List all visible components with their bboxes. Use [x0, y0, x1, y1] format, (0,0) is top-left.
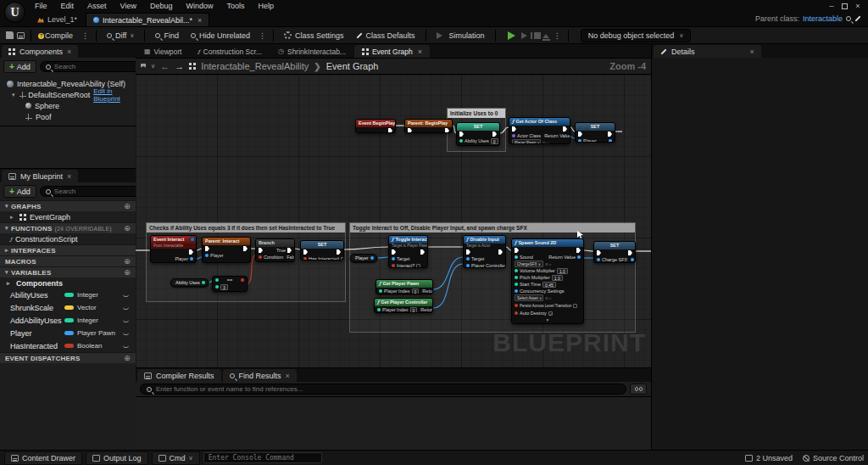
close-tab-icon[interactable]: × [198, 16, 202, 25]
float-pin[interactable] [515, 276, 518, 279]
source-control-button[interactable]: Source Control [803, 454, 864, 462]
exec-in-pin[interactable] [259, 248, 263, 253]
save-button[interactable] [5, 31, 14, 40]
target-pin[interactable] [392, 257, 395, 261]
exec-out-pin[interactable] [420, 249, 425, 255]
my-blueprint-search-input[interactable] [54, 188, 147, 195]
add-macro-icon[interactable]: ⊕ [124, 257, 131, 266]
visibility-eye-icon[interactable] [123, 306, 129, 310]
find-button[interactable]: Find [150, 30, 184, 42]
node-equals[interactable]: == 3 [212, 276, 248, 292]
event-graph-item[interactable]: ▸EventGraph [0, 211, 136, 222]
compile-options-icon[interactable]: ⋮ [80, 31, 91, 40]
node-set-ability-uses[interactable]: SET Ability Uses 0 [456, 122, 500, 146]
node-set-charge-sfx[interactable]: SET Charge SFX [593, 241, 636, 263]
breadcrumb-root[interactable]: Interactable_RevealAbility [201, 61, 309, 71]
node-toggle-interact[interactable]: ƒToggle Interact Target is Player Pawn T… [388, 235, 428, 268]
bookmark-icon[interactable] [141, 64, 146, 70]
value-box[interactable]: 0.45 [542, 282, 556, 288]
menu-tools[interactable]: Tools [220, 1, 250, 11]
output-log-button[interactable]: Output Log [86, 451, 148, 465]
add-dispatcher-icon[interactable]: ⊕ [124, 354, 131, 362]
class-pin[interactable] [512, 134, 515, 137]
value-box[interactable]: 3 [220, 284, 228, 290]
play-button[interactable] [508, 31, 520, 40]
getter-player[interactable]: Player [350, 254, 377, 262]
my-blueprint-panel-tab[interactable]: My Blueprint × [2, 170, 78, 182]
exec-out-pin[interactable] [388, 128, 392, 133]
variables-components-group[interactable]: ▸Components [0, 277, 136, 289]
add-function-icon[interactable]: ⊕ [124, 224, 131, 232]
tab-event-graph[interactable]: Event Graph× [354, 45, 430, 58]
diff-button[interactable]: Diff∨ [102, 30, 139, 42]
close-window-button[interactable]: × [851, 2, 865, 10]
find-results-tab[interactable]: Find Results × [223, 369, 297, 382]
exec-in-pin[interactable] [205, 246, 209, 251]
int-pin[interactable] [459, 139, 463, 143]
close-panel-icon[interactable]: × [67, 172, 71, 181]
details-panel-tab[interactable]: Details × [654, 45, 761, 58]
node-get-player-pawn[interactable]: ƒGet Player Pawn Player Index0Return Val… [376, 279, 433, 294]
exec-in-pin[interactable] [466, 249, 470, 255]
checkbox[interactable] [416, 264, 420, 268]
class-dropdown[interactable]: Player Pawn ∨ [512, 139, 541, 144]
tab-level-1[interactable]: Level_1* [31, 13, 84, 26]
console-command-box[interactable] [203, 452, 322, 463]
value-box[interactable]: 0 [410, 307, 418, 313]
tab-shrink-interactable[interactable]: ◷ShrinkInteractab... [270, 45, 353, 58]
int-pin[interactable] [215, 278, 219, 282]
exec-out-pin[interactable] [445, 128, 449, 133]
int-pin[interactable] [215, 285, 219, 289]
menu-edit[interactable]: Edit [55, 1, 81, 11]
true-exec-pin[interactable] [287, 248, 292, 253]
int-pin[interactable] [379, 289, 382, 293]
section-functions[interactable]: ▾FUNCTIONS(24 OVERRIDABLE)⊕ [0, 222, 136, 233]
node-get-actor-of-class[interactable]: ƒGet Actor Of Class Actor Class Return V… [509, 117, 570, 144]
components-panel-tab[interactable]: Components × [2, 45, 78, 58]
bool-pin[interactable] [392, 264, 395, 267]
value-box[interactable]: 1.0 [552, 275, 563, 281]
node-spawn-sound-2d[interactable]: ƒSpawn Sound 2D SoundReturn Value Charge… [511, 238, 584, 324]
find-references-input[interactable] [156, 385, 620, 393]
exec-out-pin[interactable] [492, 132, 497, 137]
construction-script-item[interactable]: ƒConstructionScript [0, 233, 136, 244]
object-pin[interactable] [578, 139, 581, 143]
parent-class-link[interactable]: Interactable [803, 14, 843, 23]
exec-out-pin[interactable] [563, 126, 567, 132]
class-defaults-button[interactable]: Class Defaults [351, 30, 420, 42]
checkbox[interactable] [573, 304, 577, 308]
exec-in-pin[interactable] [303, 249, 308, 255]
forward-button[interactable]: → [175, 61, 184, 71]
concurrency-pin[interactable] [515, 289, 518, 293]
close-tab-icon[interactable]: × [286, 372, 290, 380]
exec-in-pin[interactable] [392, 249, 396, 255]
bool-out-pin[interactable] [241, 278, 244, 282]
float-pin[interactable] [515, 269, 518, 272]
component-row-poof[interactable]: Poof [0, 111, 136, 122]
node-event-interact[interactable]: Event Interact From Interactable Player [150, 235, 197, 263]
node-set-player[interactable]: SET Player [575, 122, 615, 143]
object-pin[interactable] [205, 254, 209, 257]
edit-in-blueprint-link[interactable]: Edit in Blueprint [93, 87, 129, 103]
node-get-player-controller[interactable]: ƒGet Player Controller Player Index0Retu… [374, 298, 433, 313]
hide-unrelated-options-icon[interactable]: ⋮ [257, 31, 268, 40]
minimize-button[interactable]: – [825, 2, 838, 10]
browse-button[interactable] [16, 31, 25, 40]
exec-out-pin[interactable] [337, 249, 341, 255]
visibility-eye-icon[interactable] [123, 319, 129, 322]
node-event-beginplay[interactable]: Event BeginPlay [355, 119, 396, 133]
bool-pin[interactable] [515, 304, 518, 307]
exec-in-pin[interactable] [597, 250, 601, 255]
back-button[interactable]: ← [160, 61, 170, 71]
close-tab-icon[interactable]: × [418, 48, 422, 56]
menu-view[interactable]: View [114, 1, 142, 11]
bool-pin[interactable] [515, 311, 518, 315]
section-variables[interactable]: ▾VARIABLES⊕ [0, 266, 136, 277]
debug-object-dropdown[interactable]: No debug object selected∨ [581, 29, 692, 42]
object-pin[interactable] [597, 258, 600, 261]
object-out-pin[interactable] [370, 256, 374, 260]
tab-construction-script[interactable]: ƒConstruction Scr... [190, 45, 270, 58]
exec-out-pin[interactable] [243, 246, 248, 251]
close-panel-icon[interactable]: × [67, 48, 71, 56]
edit-icon[interactable] [854, 15, 860, 21]
